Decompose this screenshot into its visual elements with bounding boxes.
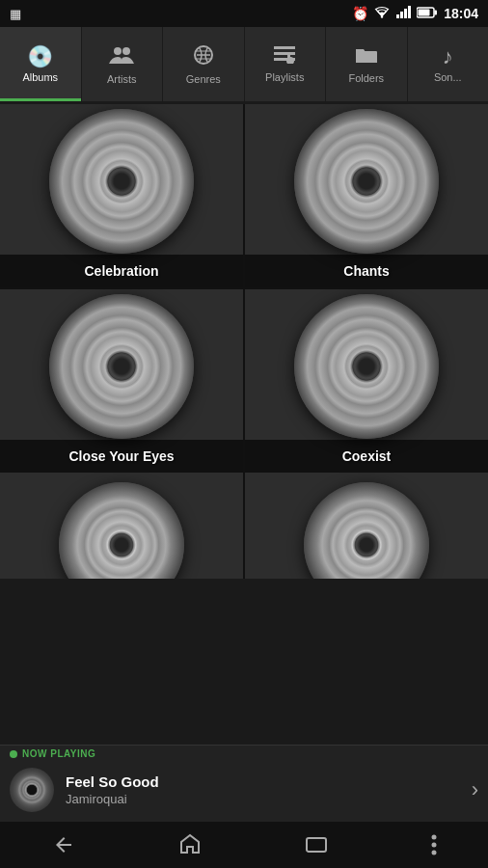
status-bar: ▦ ⏰ 18:04	[0, 0, 488, 27]
more-options-button[interactable]	[431, 834, 437, 855]
bottom-nav	[0, 822, 488, 868]
songs-icon: ♪	[443, 46, 453, 68]
cd-disc-partial-1	[59, 482, 184, 579]
svg-rect-7	[419, 10, 430, 16]
alarm-icon: ⏰	[352, 6, 368, 21]
now-playing-info: Feel So Good Jamiroquai	[66, 773, 460, 806]
tab-playlists-label: Playlists	[265, 71, 304, 83]
now-playing-artist: Jamiroquai	[66, 792, 460, 806]
svg-point-23	[431, 851, 436, 855]
tab-genres-label: Genres	[186, 73, 221, 85]
svg-rect-2	[400, 12, 403, 18]
cd-disc-close-your-eyes	[49, 294, 194, 439]
album-celebration[interactable]: Celebration	[0, 104, 243, 287]
album-name-close-your-eyes: Close Your Eyes	[68, 448, 174, 464]
album-chants[interactable]: Chants	[245, 104, 488, 287]
svg-rect-20	[307, 838, 326, 852]
svg-rect-4	[408, 6, 411, 18]
svg-rect-6	[435, 11, 438, 15]
now-playing-bar[interactable]: NOW PLAYING Feel So Good Jamiroquai ›	[0, 745, 488, 822]
tab-genres[interactable]: Genres	[163, 27, 245, 101]
tab-artists-label: Artists	[107, 73, 137, 85]
time-display: 18:04	[444, 6, 478, 21]
tab-albums-label: Albums	[22, 71, 58, 83]
album-name-coexist: Coexist	[342, 448, 392, 464]
artists-icon	[109, 44, 134, 69]
tab-folders-label: Folders	[348, 72, 384, 84]
tab-songs[interactable]: ♪ Son...	[408, 27, 489, 101]
album-name-chants: Chants	[343, 263, 389, 279]
playlists-icon	[274, 46, 295, 68]
sim-icon: ▦	[10, 7, 21, 21]
album-label-bar-chants: Chants	[245, 255, 488, 287]
tab-songs-label: Son...	[434, 71, 462, 83]
albums-grid: Celebration Chants Close Your Eyes Coexi…	[0, 104, 488, 473]
album-label-bar-close-your-eyes: Close Your Eyes	[0, 440, 243, 473]
now-playing-dot	[10, 750, 17, 758]
cd-disc-chants	[294, 109, 439, 254]
now-playing-text: NOW PLAYING	[22, 748, 95, 759]
status-left: ▦	[10, 7, 21, 21]
album-partial-2[interactable]	[245, 473, 488, 579]
album-coexist[interactable]: Coexist	[245, 289, 488, 473]
svg-point-0	[381, 15, 383, 17]
now-playing-content: Feel So Good Jamiroquai ›	[0, 762, 488, 822]
svg-point-9	[122, 47, 130, 55]
status-right: ⏰ 18:04	[352, 6, 478, 21]
cd-disc-coexist	[294, 294, 439, 439]
genres-icon	[193, 44, 214, 69]
partial-row	[0, 473, 488, 579]
album-close-your-eyes[interactable]: Close Your Eyes	[0, 289, 243, 473]
album-name-celebration: Celebration	[84, 263, 158, 279]
album-partial-1[interactable]	[0, 473, 243, 579]
svg-rect-3	[404, 9, 407, 18]
cd-disc-celebration	[49, 109, 194, 254]
wifi-icon	[374, 6, 390, 21]
svg-point-22	[431, 843, 436, 848]
tab-folders[interactable]: Folders	[326, 27, 408, 101]
recents-button[interactable]	[305, 835, 328, 854]
tab-playlists[interactable]: Playlists	[245, 27, 327, 101]
home-button[interactable]	[178, 833, 202, 856]
signal-icon	[395, 6, 411, 21]
album-label-bar-coexist: Coexist	[245, 440, 488, 473]
main-content: Celebration Chants Close Your Eyes Coexi…	[0, 104, 488, 746]
battery-icon	[417, 6, 438, 21]
album-label-bar-celebration: Celebration	[0, 255, 243, 287]
svg-rect-1	[396, 14, 399, 18]
svg-rect-18	[287, 54, 290, 61]
now-playing-thumb	[10, 768, 54, 812]
folders-icon	[355, 45, 378, 68]
now-playing-song: Feel So Good	[66, 773, 460, 790]
now-playing-label-row: NOW PLAYING	[0, 746, 488, 762]
cd-disc-partial-2	[304, 482, 429, 579]
back-button[interactable]	[52, 833, 75, 856]
svg-rect-14	[274, 46, 295, 49]
svg-rect-15	[274, 52, 295, 55]
svg-point-21	[431, 835, 436, 840]
albums-icon: 💿	[27, 46, 53, 68]
tab-albums[interactable]: 💿 Albums	[0, 27, 82, 101]
tab-artists[interactable]: Artists	[82, 27, 164, 101]
svg-point-8	[114, 47, 122, 55]
next-arrow-button[interactable]: ›	[472, 777, 478, 802]
svg-rect-19	[356, 51, 377, 63]
tab-bar: 💿 Albums Artists Genres	[0, 27, 488, 104]
